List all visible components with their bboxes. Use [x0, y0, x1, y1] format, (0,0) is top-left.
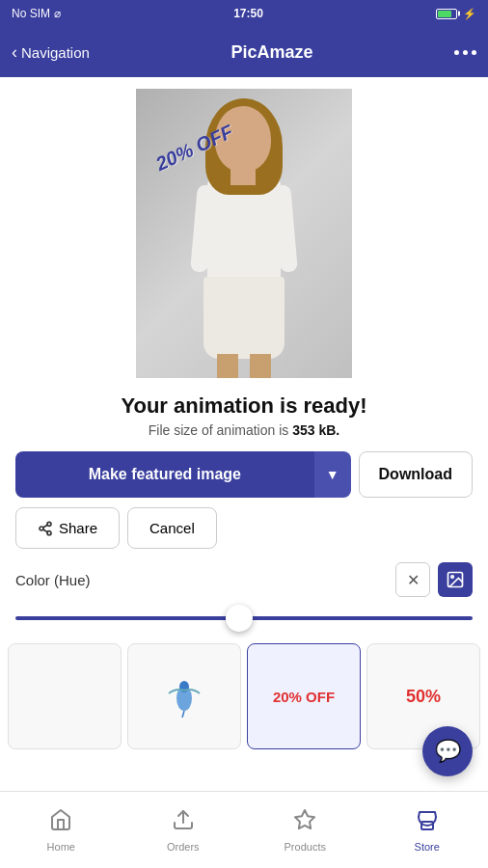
template-item-2[interactable]	[127, 643, 241, 749]
tab-products[interactable]: Products	[244, 800, 366, 860]
tab-orders-label: Orders	[167, 841, 200, 853]
back-chevron-icon: ‹	[12, 42, 17, 63]
share-button[interactable]: Share	[15, 507, 120, 549]
status-carrier: No SIM ⌀	[12, 7, 61, 20]
color-controls: ✕	[395, 562, 473, 597]
tab-store-label: Store	[415, 841, 440, 853]
cancel-button[interactable]: Cancel	[127, 507, 217, 549]
svg-marker-10	[295, 810, 314, 828]
svg-point-6	[451, 576, 454, 579]
share-icon	[38, 521, 53, 536]
status-battery-area: ⚡	[436, 8, 476, 20]
templates-row: 20% OFF 50%	[0, 643, 488, 749]
file-size-value: 353 kB.	[292, 422, 339, 438]
svg-line-3	[43, 529, 48, 532]
make-featured-button[interactable]: Make featured image	[15, 451, 314, 498]
orders-icon	[172, 808, 195, 837]
chat-bubble-button[interactable]: 💬	[422, 726, 473, 776]
back-label: Navigation	[21, 44, 90, 61]
hummingbird-icon	[165, 669, 203, 724]
template-item-3[interactable]: 20% OFF	[247, 643, 361, 749]
ready-section: Your animation is ready! File size of an…	[101, 393, 386, 438]
color-header: Color (Hue) ✕	[15, 562, 473, 597]
share-cancel-row: Share Cancel	[0, 507, 488, 549]
action-buttons-row: Make featured image ▼ Download	[0, 451, 488, 498]
more-dot-3	[472, 50, 476, 55]
tab-products-label: Products	[285, 841, 326, 853]
status-time: 17:50	[233, 7, 263, 20]
products-icon	[293, 808, 316, 837]
image-edit-icon	[446, 570, 465, 589]
arrow-down-icon: ▼	[326, 467, 339, 482]
slider-track	[15, 616, 473, 620]
slider-thumb[interactable]	[226, 605, 253, 632]
battery-icon	[436, 9, 457, 19]
wifi-icon: ⌀	[54, 7, 61, 20]
charging-icon: ⚡	[463, 8, 476, 20]
image-preview: 20% OFF	[136, 89, 352, 378]
color-section: Color (Hue) ✕	[0, 562, 488, 632]
close-color-button[interactable]: ✕	[395, 562, 430, 597]
featured-arrow-button[interactable]: ▼	[314, 451, 351, 498]
download-button[interactable]: Download	[359, 451, 473, 498]
nav-bar: ‹ Navigation PicAmaze	[0, 27, 488, 77]
back-button[interactable]: ‹ Navigation	[12, 42, 90, 63]
tab-orders[interactable]: Orders	[122, 800, 245, 860]
tab-home-label: Home	[47, 841, 75, 853]
svg-line-4	[43, 525, 48, 528]
more-dot-1	[454, 50, 459, 55]
featured-button-group: Make featured image ▼	[15, 451, 351, 498]
template-item-1[interactable]	[8, 643, 122, 749]
tab-home[interactable]: Home	[0, 800, 122, 860]
tab-store[interactable]: Store	[366, 800, 489, 860]
more-dot-2	[463, 50, 468, 55]
chat-icon: 💬	[435, 739, 461, 764]
ready-title: Your animation is ready!	[121, 393, 366, 419]
image-edit-button[interactable]	[438, 562, 473, 597]
file-size-text: File size of animation is 353 kB.	[121, 422, 366, 438]
color-slider-container[interactable]	[15, 605, 473, 632]
home-icon	[49, 808, 72, 837]
status-bar: No SIM ⌀ 17:50 ⚡	[0, 0, 488, 27]
nav-title: PicAmaze	[230, 42, 312, 63]
file-size-prefix: File size of animation is	[149, 422, 292, 438]
more-options-button[interactable]	[454, 50, 476, 55]
template-3-text: 20% OFF	[273, 689, 335, 705]
preview-background: 20% OFF	[136, 89, 352, 378]
store-icon	[416, 808, 439, 837]
color-hue-label: Color (Hue)	[15, 572, 91, 588]
template-4-text: 50%	[406, 687, 441, 707]
tab-bar: Home Orders Products Store	[0, 791, 488, 868]
main-content: 20% OFF Your animation is ready! File si…	[0, 77, 488, 749]
